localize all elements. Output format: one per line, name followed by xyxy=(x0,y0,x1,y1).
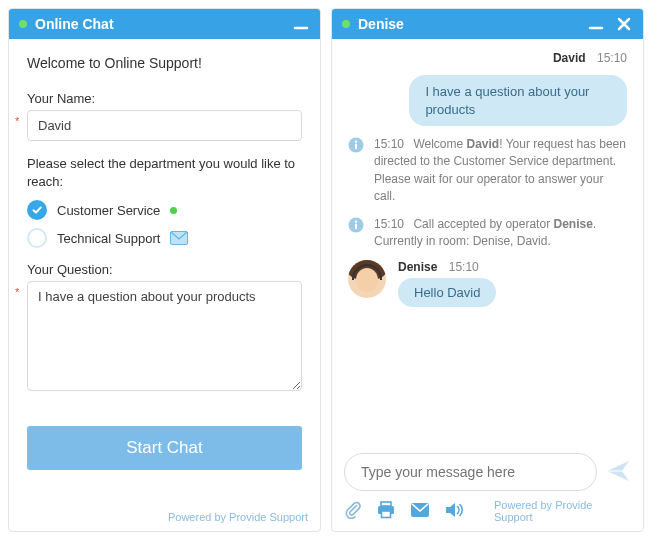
start-chat-button[interactable]: Start Chat xyxy=(27,426,302,470)
dept-prompt: Please select the department you would l… xyxy=(27,155,302,190)
dept-label: Customer Service xyxy=(57,203,160,218)
close-icon[interactable] xyxy=(615,15,633,33)
status-dot-icon xyxy=(342,20,350,28)
prechat-titlebar: Online Chat xyxy=(9,9,320,39)
avatar xyxy=(348,260,386,298)
radio-selected-icon xyxy=(27,200,47,220)
question-label: Your Question: xyxy=(27,262,302,277)
powered-link[interactable]: Powered by Provide Support xyxy=(168,511,308,523)
status-dot-icon xyxy=(19,20,27,28)
operator-message-row: Denise 15:10 Hello David xyxy=(348,260,627,307)
svg-point-7 xyxy=(355,220,357,222)
sound-icon[interactable] xyxy=(444,501,466,522)
chat-titlebar: Denise xyxy=(332,9,643,39)
svg-rect-5 xyxy=(355,144,357,150)
name-input[interactable] xyxy=(27,110,302,141)
dept-option-customer-service[interactable]: Customer Service xyxy=(27,200,302,220)
question-input[interactable] xyxy=(27,281,302,391)
online-dot-icon xyxy=(170,207,177,214)
mail-icon xyxy=(170,231,188,245)
user-time: 15:10 xyxy=(597,51,627,65)
system-message: 15:10 Welcome David! Your request has be… xyxy=(348,136,627,206)
minimize-icon[interactable] xyxy=(292,15,310,33)
radio-unselected-icon xyxy=(27,228,47,248)
name-label: Your Name: xyxy=(27,91,302,106)
info-icon xyxy=(348,217,364,251)
operator-message-bubble: Hello David xyxy=(398,278,496,307)
minimize-icon[interactable] xyxy=(587,15,605,33)
send-icon[interactable] xyxy=(605,458,631,487)
user-message-bubble: I have a question about your products xyxy=(409,75,627,126)
message-input[interactable] xyxy=(344,453,597,491)
system-time: 15:10 xyxy=(374,217,404,231)
operator-name: Denise xyxy=(398,260,437,274)
svg-rect-8 xyxy=(355,223,357,229)
info-icon xyxy=(348,137,364,206)
svg-rect-11 xyxy=(382,511,391,518)
svg-point-4 xyxy=(355,140,357,142)
chat-panel: Denise David 15:10 I have a question abo… xyxy=(331,8,644,532)
attach-icon[interactable] xyxy=(344,501,362,522)
operator-msg-meta: Denise 15:10 xyxy=(398,260,627,274)
welcome-text: Welcome to Online Support! xyxy=(27,55,302,71)
system-message: 15:10 Call accepted by operator Denise. … xyxy=(348,216,627,251)
user-name: David xyxy=(553,51,586,65)
powered-link[interactable]: Powered by Provide Support xyxy=(494,499,631,523)
print-icon[interactable] xyxy=(376,501,396,522)
system-time: 15:10 xyxy=(374,137,404,151)
required-star-icon: * xyxy=(15,115,19,127)
dept-label: Technical Support xyxy=(57,231,160,246)
user-msg-meta: David 15:10 xyxy=(348,51,627,65)
svg-rect-9 xyxy=(381,502,391,506)
mail-icon[interactable] xyxy=(410,502,430,521)
powered-by: Powered by Provide Support xyxy=(9,503,320,531)
dept-option-technical-support[interactable]: Technical Support xyxy=(27,228,302,248)
chat-title: Denise xyxy=(358,16,579,32)
operator-time: 15:10 xyxy=(449,260,479,274)
prechat-title: Online Chat xyxy=(35,16,284,32)
prechat-panel: Online Chat Welcome to Online Support! *… xyxy=(8,8,321,532)
required-star-icon: * xyxy=(15,286,19,298)
